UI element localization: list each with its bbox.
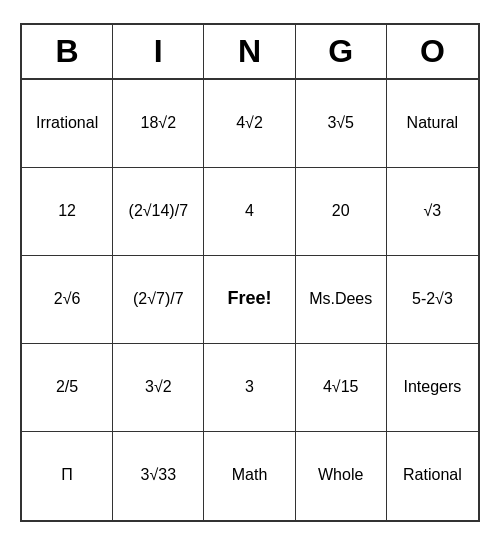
bingo-cell-20: Π	[22, 432, 113, 520]
cell-text-17: 3	[245, 377, 254, 398]
cell-text-16: 3√2	[145, 377, 172, 398]
bingo-cell-17: 3	[204, 344, 295, 432]
cell-text-21: 3√33	[141, 465, 176, 486]
cell-text-14: 2√3	[426, 289, 453, 310]
cell-text-22: Math	[232, 465, 268, 486]
bingo-cell-4: Natural	[387, 80, 478, 168]
cell-text-24: Rational	[403, 465, 462, 486]
bingo-cell-13: Ms.Dees	[296, 256, 387, 344]
bingo-cell-6: (2√14)/7	[113, 168, 204, 256]
cell-text-12: Free!	[227, 287, 271, 310]
cell-text-13: Ms.	[309, 289, 335, 310]
cell-text-7: 4	[245, 201, 254, 222]
cell-text-1: 18√2	[141, 113, 176, 134]
cell-text-5: 12	[58, 201, 76, 222]
cell-text-6: (2√14)/7	[129, 201, 188, 222]
cell-text-13: Dees	[335, 289, 372, 310]
bingo-cell-15: 2/5	[22, 344, 113, 432]
bingo-cell-12: Free!	[204, 256, 295, 344]
cell-text-2: 4√2	[236, 113, 263, 134]
cell-text-8: 20	[332, 201, 350, 222]
bingo-cell-11: (2√7)/7	[113, 256, 204, 344]
header-o: O	[387, 25, 478, 78]
bingo-cell-7: 4	[204, 168, 295, 256]
bingo-cell-19: Integers	[387, 344, 478, 432]
header-b: B	[22, 25, 113, 78]
header-i: I	[113, 25, 204, 78]
cell-text-10: 2√6	[54, 289, 81, 310]
bingo-cell-16: 3√2	[113, 344, 204, 432]
cell-text-23: Whole	[318, 465, 363, 486]
cell-text-19: Integers	[403, 377, 461, 398]
header-g: G	[296, 25, 387, 78]
bingo-cell-9: √3	[387, 168, 478, 256]
cell-text-20: Π	[61, 465, 73, 486]
header-n: N	[204, 25, 295, 78]
bingo-cell-14: 5-2√3	[387, 256, 478, 344]
bingo-card: B I N G O Irrational18√24√23√5Natural12(…	[20, 23, 480, 522]
bingo-cell-1: 18√2	[113, 80, 204, 168]
bingo-cell-10: 2√6	[22, 256, 113, 344]
cell-text-0: Irrational	[36, 113, 98, 134]
bingo-header: B I N G O	[22, 25, 478, 80]
cell-text-9: √3	[424, 201, 442, 222]
bingo-cell-21: 3√33	[113, 432, 204, 520]
bingo-cell-18: 4√15	[296, 344, 387, 432]
cell-text-14: 5-	[412, 289, 426, 310]
bingo-cell-5: 12	[22, 168, 113, 256]
cell-text-15: 2/5	[56, 377, 78, 398]
bingo-grid: Irrational18√24√23√5Natural12(2√14)/7420…	[22, 80, 478, 520]
bingo-cell-3: 3√5	[296, 80, 387, 168]
cell-text-18: 4√15	[323, 377, 358, 398]
bingo-cell-24: Rational	[387, 432, 478, 520]
bingo-cell-22: Math	[204, 432, 295, 520]
cell-text-3: 3√5	[327, 113, 354, 134]
bingo-cell-8: 20	[296, 168, 387, 256]
bingo-cell-23: Whole	[296, 432, 387, 520]
cell-text-4: Natural	[407, 113, 459, 134]
bingo-cell-0: Irrational	[22, 80, 113, 168]
bingo-cell-2: 4√2	[204, 80, 295, 168]
cell-text-11: (2√7)/7	[133, 289, 184, 310]
